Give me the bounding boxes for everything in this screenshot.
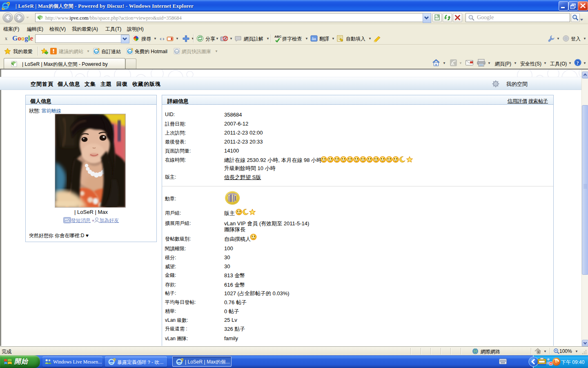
svg-text:ABC: ABC (274, 35, 282, 38)
svg-text:âa: âa (312, 37, 316, 41)
svg-text:?: ? (577, 60, 579, 66)
